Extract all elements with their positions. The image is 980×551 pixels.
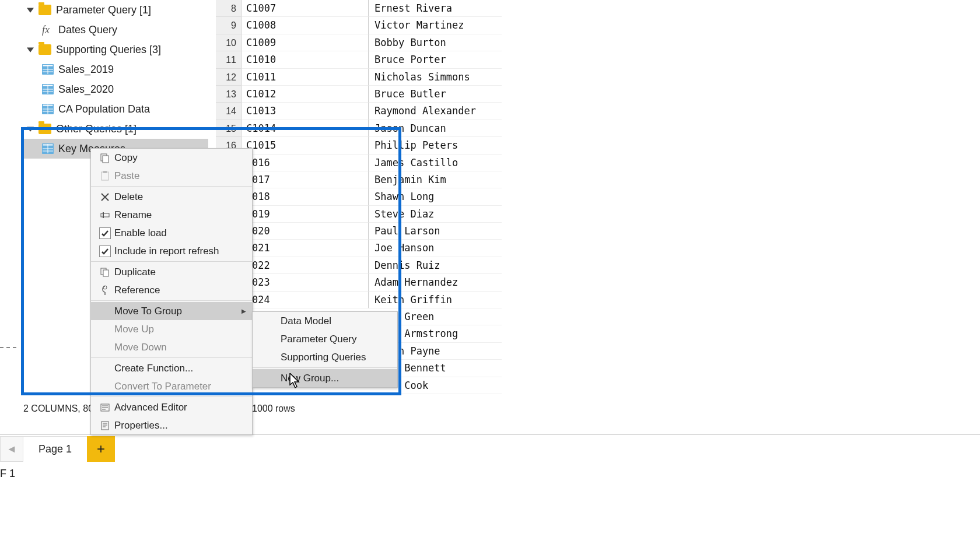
table-row[interactable]: 023Adam Hernandez <box>216 274 502 291</box>
table-row[interactable]: 019Steve Diaz <box>216 206 502 223</box>
ctx-create-function[interactable]: Create Function... <box>91 359 252 377</box>
status-columns-rows: 2 COLUMNS, 80 <box>23 403 93 414</box>
cell-code: C1011 <box>242 69 369 86</box>
rename-icon <box>96 210 114 220</box>
table-row[interactable]: 022Dennis Ruiz <box>216 257 502 274</box>
dashed-divider <box>0 347 16 348</box>
caret-down-icon <box>27 125 34 132</box>
ctx-duplicate[interactable]: Duplicate <box>91 263 252 281</box>
table-row[interactable]: 020Paul Larson <box>216 223 502 240</box>
cell-name: Benjamin Kim <box>369 171 502 188</box>
query-label: CA Population Data <box>58 103 150 115</box>
submenu-new-group[interactable]: New Group... <box>253 369 397 387</box>
submenu-data-model[interactable]: Data Model <box>253 312 397 330</box>
ctx-include-refresh[interactable]: Include in report refresh <box>91 242 252 260</box>
table-row[interactable]: 9C1008Victor Martinez <box>216 17 502 34</box>
svg-marker-1 <box>27 47 34 52</box>
tab-add-page[interactable]: + <box>87 436 115 462</box>
caret-down-icon <box>27 6 34 13</box>
svg-rect-32 <box>103 270 108 276</box>
ctx-delete[interactable]: Delete <box>91 188 252 206</box>
query-sales-2019[interactable]: Sales_2019 <box>23 59 210 79</box>
query-ca-population[interactable]: CA Population Data <box>23 99 210 119</box>
checkbox-checked-icon <box>96 227 114 239</box>
table-icon <box>42 143 54 154</box>
ctx-reference[interactable]: Reference <box>91 281 252 299</box>
fx-icon: fx <box>42 24 54 36</box>
ctx-enable-load[interactable]: Enable load <box>91 224 252 242</box>
cell-name: Nicholas Simmons <box>369 69 502 86</box>
table-row[interactable]: 017Benjamin Kim <box>216 171 502 188</box>
cell-name: Joe Hanson <box>369 240 502 257</box>
table-row[interactable]: 016James Castillo <box>216 155 502 171</box>
reference-icon <box>96 285 114 296</box>
page-tabs: ◄ Page 1 + <box>0 436 115 462</box>
folder-other-queries[interactable]: Other Queries [1] <box>23 119 210 139</box>
table-icon <box>42 84 54 94</box>
table-row[interactable]: 14C1013Raymond Alexander <box>216 103 502 120</box>
caret-down-icon <box>27 46 34 53</box>
ctx-properties[interactable]: Properties... <box>91 416 252 434</box>
tab-page-1[interactable]: Page 1 <box>23 436 87 462</box>
query-dates[interactable]: fx Dates Query <box>23 20 210 40</box>
cell-name: Jason Duncan <box>369 120 502 137</box>
properties-icon <box>96 420 114 431</box>
folder-label: Supporting Queries [3] <box>56 44 161 56</box>
cell-name: Shawn Long <box>369 188 502 205</box>
ctx-advanced-editor[interactable]: Advanced Editor <box>91 398 252 416</box>
row-number: 14 <box>216 103 242 120</box>
cell-name: Dennis Ruiz <box>369 257 502 274</box>
svg-rect-29 <box>101 213 109 217</box>
svg-rect-26 <box>103 171 107 173</box>
query-sales-2020[interactable]: Sales_2020 <box>23 79 210 99</box>
cell-name: Keith Griffin <box>369 292 502 308</box>
ctx-rename[interactable]: Rename <box>91 206 252 224</box>
ctx-paste: Paste <box>91 167 252 185</box>
table-row[interactable]: 16C1015Phillip Peters <box>216 137 502 154</box>
ctx-convert-to-parameter: Convert To Parameter <box>91 377 252 395</box>
duplicate-icon <box>96 267 114 278</box>
row-number: 8 <box>216 0 242 17</box>
cell-code: C1015 <box>242 137 369 154</box>
table-row[interactable]: 021Joe Hanson <box>216 240 502 257</box>
cell-code: C1007 <box>242 0 369 17</box>
svg-rect-25 <box>102 172 108 180</box>
folder-parameter-query[interactable]: Parameter Query [1] <box>23 0 210 20</box>
table-row[interactable]: 15C1014Jason Duncan <box>216 120 502 137</box>
query-label: Sales_2019 <box>58 64 114 76</box>
cell-name: Phillip Peters <box>369 137 502 154</box>
ctx-copy[interactable]: Copy <box>91 149 252 167</box>
query-label: Sales_2020 <box>58 83 114 96</box>
table-row[interactable]: 13C1012Bruce Butler <box>216 86 502 103</box>
cell-name: Ernest Rivera <box>369 0 502 17</box>
delete-icon <box>96 192 114 202</box>
submenu-parameter-query[interactable]: Parameter Query <box>253 330 397 348</box>
cell-name: Victor Martinez <box>369 17 502 34</box>
table-row[interactable]: 11C1010Bruce Porter <box>216 51 502 68</box>
submenu-supporting-queries[interactable]: Supporting Queries <box>253 348 397 366</box>
cell-code: C1013 <box>242 103 369 120</box>
checkbox-checked-icon <box>96 245 114 257</box>
cell-name: James Castillo <box>369 155 502 171</box>
row-number: 13 <box>216 86 242 103</box>
table-row[interactable]: 12C1011Nicholas Simmons <box>216 69 502 86</box>
folder-icon <box>38 44 51 55</box>
cell-code: C1012 <box>242 86 369 103</box>
cell-name: Raymond Alexander <box>369 103 502 120</box>
row-number: 12 <box>216 69 242 86</box>
copy-icon <box>96 153 114 163</box>
table-row[interactable]: 8C1007Ernest Rivera <box>216 0 502 17</box>
table-row[interactable]: 10C1009Bobby Burton <box>216 34 502 51</box>
row-number: 9 <box>216 17 242 34</box>
svg-rect-38 <box>102 422 108 430</box>
table-row[interactable]: 018Shawn Long <box>216 188 502 205</box>
svg-marker-0 <box>27 8 34 12</box>
tab-nav-prev[interactable]: ◄ <box>0 436 23 462</box>
table-row[interactable]: 024Keith Griffin <box>216 292 502 308</box>
folder-supporting-queries[interactable]: Supporting Queries [3] <box>23 40 210 59</box>
ctx-move-to-group[interactable]: Move To Group ▶ <box>91 302 252 320</box>
move-to-group-submenu: Data Model Parameter Query Supporting Qu… <box>252 311 398 388</box>
submenu-arrow-icon: ▶ <box>242 308 246 314</box>
cell-code: C1014 <box>242 120 369 137</box>
row-number: 11 <box>216 51 242 68</box>
